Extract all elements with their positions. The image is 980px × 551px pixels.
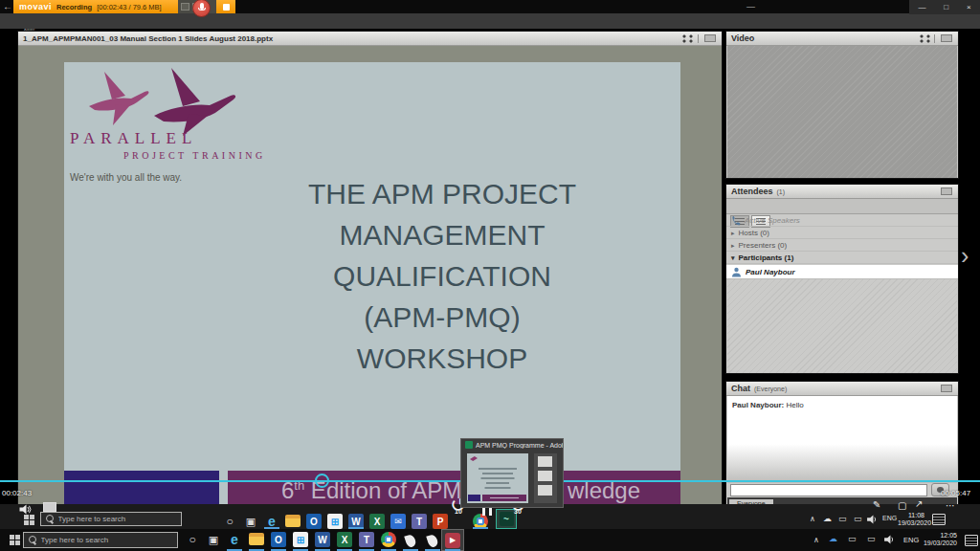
cortana-icon[interactable]: ○ <box>185 532 200 547</box>
teams-icon[interactable]: T <box>412 514 427 529</box>
word-icon[interactable]: W <box>315 532 330 547</box>
excel-icon[interactable]: X <box>369 514 385 529</box>
task-view-icon[interactable]: ▣ <box>206 532 221 547</box>
edge-icon[interactable]: e <box>227 532 242 547</box>
minimize-button[interactable]: — <box>918 3 925 11</box>
chat-input[interactable] <box>730 484 927 496</box>
next-chevron-icon[interactable]: › <box>961 242 969 270</box>
outlook-icon[interactable]: O <box>306 514 322 529</box>
mini-panel-block <box>538 471 552 481</box>
start-button[interactable] <box>10 535 14 540</box>
windows-logo-icon <box>24 515 29 519</box>
outlook-icon[interactable]: O <box>271 532 286 547</box>
geese-logo <box>87 66 264 138</box>
adobe-connect-mini-icon <box>465 441 473 449</box>
pencil-tool-icon[interactable]: ✎ <box>873 499 880 510</box>
pod-menu-icon[interactable] <box>941 187 952 195</box>
movavi-player-icon: ▶ <box>445 533 460 548</box>
stop-icon <box>223 4 230 11</box>
stop-recording-button[interactable] <box>216 0 235 13</box>
language-indicator[interactable]: ENG <box>882 515 897 521</box>
task-view-icon[interactable]: ▣ <box>243 514 258 529</box>
file-explorer-icon[interactable] <box>249 533 264 545</box>
mini-banner-left <box>468 495 480 501</box>
participant-row[interactable]: Paul Naybour <box>726 265 958 279</box>
notification-icon[interactable] <box>932 514 946 525</box>
maximize-button[interactable]: □ <box>944 3 948 11</box>
pod-menu-icon[interactable] <box>704 34 716 42</box>
chat-message-area: Paul Naybour: Hello <box>727 396 957 483</box>
fullscreen-icon[interactable] <box>920 34 930 43</box>
preview-thumbnail[interactable] <box>467 453 528 503</box>
more-tools-icon[interactable]: ⋯ <box>946 500 955 511</box>
fullscreen-icon[interactable] <box>682 34 693 43</box>
pod-menu-icon[interactable] <box>941 34 952 42</box>
minimize-icon[interactable]: — <box>746 2 755 11</box>
chat-message-text: Hello <box>786 401 803 409</box>
search-box[interactable] <box>40 512 182 526</box>
volume-tray-icon[interactable] <box>884 535 896 544</box>
tray-chevron-icon[interactable]: ∧ <box>813 536 819 544</box>
taskbar-preview-popup[interactable]: APM PMQ Programme - Adob... <box>460 438 564 508</box>
cortana-icon[interactable]: ○ <box>222 514 237 529</box>
movavi-player-taskbar-highlight[interactable]: ▶ <box>441 529 464 551</box>
store-icon[interactable]: ⊞ <box>327 514 343 529</box>
flame-app-icon[interactable] <box>425 533 440 548</box>
onedrive-cloud-icon[interactable]: ☁ <box>823 514 832 523</box>
chrome-icon[interactable] <box>381 532 396 547</box>
search-input[interactable] <box>56 514 177 524</box>
search-icon <box>46 515 53 524</box>
search-input[interactable] <box>39 535 173 545</box>
store-icon[interactable]: ⊞ <box>293 532 308 547</box>
tray-monitor-icon[interactable]: ▭ <box>867 534 876 543</box>
back-arrow-icon[interactable]: ← <box>3 1 12 11</box>
tray-monitor-icon[interactable]: ▭ <box>854 514 862 523</box>
attendees-empty-area <box>727 279 957 373</box>
mail-icon[interactable]: ✉ <box>390 514 406 529</box>
chat-pod-header: Chat (Everyone) <box>726 382 958 396</box>
volume-tray-icon[interactable] <box>867 515 879 524</box>
tray-monitor-icon[interactable]: ▭ <box>838 514 847 523</box>
header-separator <box>698 34 699 43</box>
notification-icon[interactable] <box>965 535 978 546</box>
volume-overlay-icon[interactable] <box>19 504 33 515</box>
forward-label: 30 <box>505 508 530 515</box>
collapse-arrow-icon[interactable]: ▸ <box>731 230 735 237</box>
excel-icon[interactable]: X <box>337 532 352 547</box>
participants-group-row[interactable]: ▾ Participants (1) <box>726 253 958 264</box>
onedrive-cloud-icon[interactable]: ☁ <box>829 534 837 543</box>
attendees-pod: Attendees (1) Active Speakers ▸ Hosts (0… <box>725 184 959 374</box>
clock[interactable]: 11:08 19/03/2020 <box>898 512 924 527</box>
screen: ← movavi Recording [00:02:43 / 79.6 MB] … <box>0 0 980 551</box>
share-pod: 1_APM_APMPMAN001_03 Manual Section 1 Sli… <box>17 31 723 529</box>
mini-title-bar <box>481 477 515 479</box>
frame-tool-icon[interactable]: ▢ <box>898 500 906 511</box>
search-icon <box>29 536 35 545</box>
tray-chevron-icon[interactable]: ∧ <box>810 515 815 523</box>
presenters-group-row[interactable]: ▸ Presenters (0) <box>726 240 958 252</box>
file-explorer-icon[interactable] <box>285 515 301 527</box>
close-button[interactable]: × <box>967 3 971 11</box>
attendees-pod-title: Attendees <box>731 187 773 196</box>
clock[interactable]: 12:05 19/03/2020 <box>923 532 957 547</box>
flame-icon <box>404 533 417 547</box>
timeline-handle[interactable] <box>315 474 329 488</box>
active-speakers-label: Active Speakers <box>745 216 800 225</box>
tray-date: 19/03/2020 <box>923 540 957 547</box>
tray-monitor-icon[interactable]: ▭ <box>848 534 857 543</box>
start-button[interactable] <box>24 515 29 519</box>
search-box[interactable] <box>23 532 178 548</box>
webcam-toggle-icon[interactable] <box>181 3 189 11</box>
video-pod: Video <box>725 31 959 179</box>
language-indicator[interactable]: ENG <box>903 536 919 544</box>
screen-overlay-icon[interactable] <box>43 502 56 512</box>
collapse-arrow-icon[interactable]: ▸ <box>731 242 735 250</box>
hosts-group-row[interactable]: ▸ Hosts (0) <box>726 228 958 239</box>
teams-icon[interactable]: T <box>359 532 374 547</box>
expand-arrow-icon[interactable]: ▾ <box>731 254 735 262</box>
share-stage: PARALLEL PROJECT TRAINING We're with you… <box>18 46 722 528</box>
flame-app-icon[interactable] <box>403 533 418 548</box>
resize-arrow-icon[interactable]: ↗ <box>915 498 923 509</box>
active-speakers-row[interactable]: Active Speakers <box>726 215 958 227</box>
pod-menu-icon[interactable] <box>941 385 952 392</box>
